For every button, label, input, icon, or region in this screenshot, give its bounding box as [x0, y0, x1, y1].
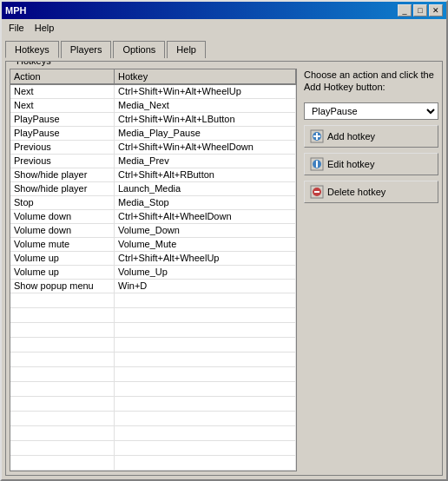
table-header: Action Hotkey — [10, 69, 296, 85]
cell-action: PlayPause — [10, 113, 115, 126]
delete-hotkey-button[interactable]: Delete hotkey — [304, 181, 438, 203]
table-row[interactable]: Show/hide playerLaunch_Media — [10, 182, 296, 196]
cell-action: Previous — [10, 155, 115, 168]
menu-file[interactable]: File — [3, 21, 30, 35]
edit-icon — [310, 157, 324, 171]
cell-hotkey: Ctrl+Shift+Alt+WheelDown — [115, 210, 296, 223]
cell-action: Show/hide player — [10, 168, 115, 181]
cell-action: Volume up — [10, 252, 115, 265]
cell-hotkey: Ctrl+Shift+Win+Alt+WheelDown — [115, 141, 296, 154]
hotkeys-table[interactable]: Action Hotkey NextCtrl+Shift+Win+Alt+Whe… — [10, 69, 297, 471]
cell-action: Volume up — [10, 266, 115, 279]
cell-action: Show popup menu — [10, 280, 115, 293]
cell-hotkey: Volume_Mute — [115, 238, 296, 251]
right-panel: Choose an action and click the Add Hotke… — [304, 69, 438, 471]
action-dropdown-wrapper[interactable]: NextPlayPausePreviousShow/hide playerSto… — [304, 102, 438, 120]
cell-action: Previous — [10, 141, 115, 154]
main-area: Hotkeys Action Hotkey NextCtrl+Shift+Win… — [2, 57, 446, 479]
table-row-empty — [10, 308, 296, 323]
hotkeys-group: Hotkeys Action Hotkey NextCtrl+Shift+Win… — [5, 61, 443, 476]
cell-action: Show/hide player — [10, 182, 115, 195]
cell-hotkey: Launch_Media — [115, 182, 296, 195]
cell-action: Volume down — [10, 210, 115, 223]
tab-options[interactable]: Options — [113, 41, 165, 58]
svg-rect-6 — [316, 161, 318, 168]
table-row[interactable]: Volume upCtrl+Shift+Alt+WheelUp — [10, 252, 296, 266]
table-row-empty — [10, 293, 296, 308]
tab-help[interactable]: Help — [167, 41, 206, 58]
table-row[interactable]: Volume muteVolume_Mute — [10, 238, 296, 252]
delete-hotkey-label: Delete hotkey — [327, 187, 385, 197]
table-row[interactable]: NextCtrl+Shift+Win+Alt+WheelUp — [10, 85, 296, 99]
add-hotkey-button[interactable]: Add hotkey — [304, 125, 438, 148]
edit-hotkey-button[interactable]: Edit hotkey — [304, 153, 438, 175]
window-title: MPH — [5, 5, 26, 16]
cell-hotkey: Ctrl+Shift+Win+Alt+WheelUp — [115, 85, 296, 98]
table-row[interactable]: PreviousCtrl+Shift+Win+Alt+WheelDown — [10, 141, 296, 155]
tab-hotkeys[interactable]: Hotkeys — [5, 41, 59, 58]
table-row[interactable]: Show/hide playerCtrl+Shift+Alt+RButton — [10, 168, 296, 182]
tab-players[interactable]: Players — [61, 41, 112, 58]
hint-text: Choose an action and click the Add Hotke… — [304, 69, 438, 94]
table-row[interactable]: Volume downCtrl+Shift+Alt+WheelDown — [10, 210, 296, 224]
cell-action: Stop — [10, 196, 115, 209]
table-row[interactable]: PlayPauseCtrl+Shift+Win+Alt+LButton — [10, 113, 296, 127]
table-row-empty — [10, 456, 296, 471]
minimize-button[interactable]: _ — [398, 4, 412, 16]
edit-hotkey-label: Edit hotkey — [327, 159, 374, 169]
table-body[interactable]: NextCtrl+Shift+Win+Alt+WheelUpNextMedia_… — [10, 85, 296, 471]
cell-hotkey: Ctrl+Shift+Alt+RButton — [115, 168, 296, 181]
table-row[interactable]: PreviousMedia_Prev — [10, 155, 296, 168]
maximize-button[interactable]: □ — [413, 4, 427, 16]
cell-action: PlayPause — [10, 127, 115, 140]
menu-help[interactable]: Help — [30, 21, 60, 35]
cell-hotkey: Volume_Up — [115, 266, 296, 279]
cell-hotkey: Ctrl+Shift+Win+Alt+LButton — [115, 113, 296, 126]
cell-hotkey: Media_Stop — [115, 196, 296, 209]
svg-rect-3 — [313, 135, 320, 137]
table-row-empty — [10, 412, 296, 426]
table-row-empty — [10, 367, 296, 382]
cell-hotkey: Media_Prev — [115, 155, 296, 168]
table-row[interactable]: NextMedia_Next — [10, 99, 296, 113]
table-row-empty — [10, 441, 296, 456]
table-row[interactable]: Volume downVolume_Down — [10, 224, 296, 238]
cell-action: Volume mute — [10, 238, 115, 251]
table-row[interactable]: Show popup menuWin+D — [10, 280, 296, 293]
group-label: Hotkeys — [13, 61, 55, 66]
table-row[interactable]: PlayPauseMedia_Play_Pause — [10, 127, 296, 141]
col-hotkey: Hotkey — [115, 69, 296, 84]
cell-hotkey: Media_Play_Pause — [115, 127, 296, 140]
table-row-empty — [10, 382, 296, 397]
cell-hotkey: Volume_Down — [115, 224, 296, 237]
cell-action: Next — [10, 99, 115, 112]
cell-action: Volume down — [10, 224, 115, 237]
table-row-empty — [10, 397, 296, 412]
add-icon — [310, 129, 324, 143]
table-row-empty — [10, 426, 296, 441]
close-button[interactable]: ✕ — [429, 4, 443, 16]
svg-rect-9 — [314, 191, 320, 193]
cell-action: Next — [10, 85, 115, 98]
cell-hotkey: Media_Next — [115, 99, 296, 112]
table-row-empty — [10, 323, 296, 338]
col-action: Action — [10, 69, 115, 84]
table-row-empty — [10, 353, 296, 367]
table-row[interactable]: StopMedia_Stop — [10, 196, 296, 210]
action-dropdown[interactable]: NextPlayPausePreviousShow/hide playerSto… — [304, 102, 438, 120]
cell-hotkey: Ctrl+Shift+Alt+WheelUp — [115, 252, 296, 265]
add-hotkey-label: Add hotkey — [327, 131, 375, 142]
menu-bar: File Help — [2, 19, 446, 36]
cell-hotkey: Win+D — [115, 280, 296, 293]
main-window: MPH _ □ ✕ File Help Hotkeys Players Opti… — [0, 0, 448, 481]
tab-bar: Hotkeys Players Options Help — [2, 36, 446, 57]
table-row[interactable]: Volume upVolume_Up — [10, 266, 296, 280]
title-bar: MPH _ □ ✕ — [2, 2, 446, 19]
delete-icon — [310, 185, 324, 199]
table-row-empty — [10, 338, 296, 353]
window-controls: _ □ ✕ — [398, 4, 443, 16]
